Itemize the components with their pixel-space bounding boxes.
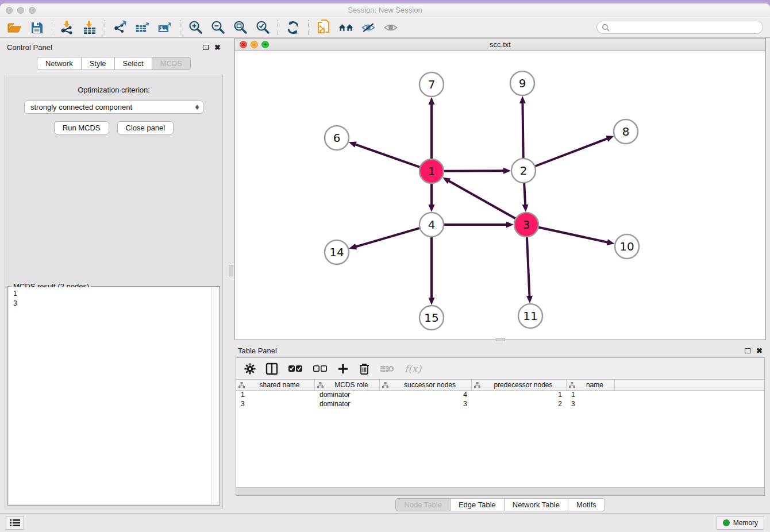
edge-2-8[interactable] bbox=[535, 138, 609, 166]
table-tab-motifs[interactable]: Motifs bbox=[568, 498, 605, 511]
show-all-icon[interactable] bbox=[338, 20, 353, 35]
table-cell[interactable]: 3 bbox=[380, 400, 472, 409]
deselect-all-icon[interactable] bbox=[313, 365, 328, 373]
export-image-icon[interactable] bbox=[157, 20, 172, 35]
toolbar-separator bbox=[180, 20, 180, 35]
edge-arrowhead bbox=[522, 205, 529, 212]
tab-mcds[interactable]: MCDS bbox=[152, 57, 191, 70]
criterion-select[interactable]: strongly connected component ▲▼ bbox=[24, 101, 203, 114]
search-icon bbox=[602, 24, 610, 32]
table-panel-body: f(x) shared nameMCDS rolesuccessor nodes… bbox=[236, 357, 765, 496]
import-network-icon[interactable] bbox=[60, 20, 75, 35]
tab-network[interactable]: Network bbox=[37, 57, 82, 70]
columns-icon[interactable] bbox=[265, 363, 278, 375]
zoom-out-icon[interactable] bbox=[210, 20, 225, 35]
run-mcds-button[interactable]: Run MCDS bbox=[54, 121, 109, 134]
table-cell[interactable]: 1 bbox=[236, 391, 315, 400]
edge-1-2[interactable] bbox=[444, 171, 505, 171]
window-controls bbox=[6, 3, 36, 17]
network-splitter-handle[interactable] bbox=[496, 338, 505, 341]
search-field[interactable] bbox=[596, 21, 763, 34]
column-header-shared-name[interactable]: shared name bbox=[236, 380, 315, 390]
table-cell[interactable]: 2 bbox=[472, 400, 567, 409]
toolbar-separator bbox=[308, 20, 309, 35]
optimization-criterion-label: Optimization criterion: bbox=[5, 86, 222, 94]
float-table-panel-icon[interactable] bbox=[745, 348, 750, 353]
save-session-icon[interactable] bbox=[29, 20, 44, 35]
select-all-icon[interactable] bbox=[288, 365, 303, 373]
table-cell[interactable]: 3 bbox=[567, 400, 615, 409]
graph-node-label: 4 bbox=[428, 218, 436, 232]
edge-4-14[interactable] bbox=[355, 228, 420, 247]
column-header-predecessor-nodes[interactable]: predecessor nodes bbox=[472, 380, 567, 390]
edge-1-6[interactable] bbox=[354, 144, 420, 167]
memory-button[interactable]: Memory bbox=[717, 516, 764, 530]
graph-node-label: 9 bbox=[519, 76, 526, 90]
mcds-result-textarea[interactable]: 1 3 bbox=[9, 287, 219, 504]
network-minimize-button[interactable]: − bbox=[251, 41, 258, 48]
delete-column-icon[interactable] bbox=[359, 363, 370, 375]
graph-node-label: 15 bbox=[424, 311, 438, 325]
table-tab-node-table[interactable]: Node Table bbox=[395, 498, 451, 511]
table-cell[interactable]: 1 bbox=[472, 391, 567, 400]
refresh-icon[interactable] bbox=[286, 20, 301, 35]
column-header-successor-nodes[interactable]: successor nodes bbox=[380, 380, 472, 390]
tab-style[interactable]: Style bbox=[82, 57, 115, 70]
network-close-button[interactable]: ✕ bbox=[240, 41, 247, 48]
close-panel-button[interactable]: Close panel bbox=[117, 121, 174, 134]
graph-node-label: 2 bbox=[520, 164, 528, 178]
zoom-selected-icon[interactable] bbox=[255, 20, 270, 35]
edge-3-10[interactable] bbox=[538, 227, 609, 242]
column-header-MCDS-role[interactable]: MCDS role bbox=[315, 380, 380, 390]
mcds-panel: Optimization criterion: strongly connect… bbox=[5, 75, 223, 508]
delete-table-icon[interactable] bbox=[380, 364, 395, 373]
workspace-column: ✕ − + scc.txt 7968124314101511 Table Pan… bbox=[234, 38, 770, 513]
panel-spacer bbox=[5, 134, 222, 284]
table-tab-edge-table[interactable]: Edge Table bbox=[451, 498, 505, 511]
import-table-icon[interactable] bbox=[82, 20, 97, 35]
zoom-window-button[interactable] bbox=[29, 7, 36, 14]
zoom-fit-icon[interactable] bbox=[233, 20, 248, 35]
table-tab-network-table[interactable]: Network Table bbox=[505, 498, 568, 511]
application-window: Session: New Session bbox=[0, 3, 770, 532]
float-panel-icon[interactable] bbox=[203, 45, 209, 50]
table-cell[interactable]: dominator bbox=[315, 391, 380, 400]
result-scrollbar[interactable] bbox=[211, 287, 219, 504]
add-column-icon[interactable] bbox=[337, 363, 349, 375]
mcds-result-lines: 1 3 bbox=[9, 287, 219, 309]
table-row[interactable]: 3dominator323 bbox=[236, 400, 764, 409]
edge-3-11[interactable] bbox=[527, 237, 530, 298]
network-zoom-button[interactable]: + bbox=[261, 41, 269, 48]
hide-selected-icon[interactable] bbox=[361, 20, 376, 35]
table-cell[interactable]: 4 bbox=[380, 391, 472, 400]
edge-2-9[interactable] bbox=[522, 102, 523, 159]
table-row[interactable]: 1dominator411 bbox=[236, 391, 764, 400]
show-hidden-icon[interactable] bbox=[383, 20, 398, 35]
vertical-splitter[interactable] bbox=[228, 38, 234, 513]
close-panel-icon[interactable]: ✖ bbox=[214, 44, 221, 51]
task-history-button[interactable] bbox=[6, 516, 24, 530]
search-input[interactable] bbox=[613, 24, 758, 32]
minimize-window-button[interactable] bbox=[17, 7, 24, 14]
edge-arrowhead bbox=[519, 96, 526, 103]
table-cell[interactable]: 3 bbox=[236, 400, 315, 409]
edge-2-3[interactable] bbox=[524, 183, 525, 206]
table-cell[interactable]: dominator bbox=[315, 400, 380, 409]
graph-node-label: 10 bbox=[619, 240, 634, 253]
gear-icon[interactable] bbox=[244, 363, 256, 375]
network-canvas[interactable]: 7968124314101511 bbox=[235, 51, 765, 340]
edge-3-1[interactable] bbox=[448, 180, 516, 219]
zoom-in-icon[interactable] bbox=[188, 20, 203, 35]
column-header-name[interactable]: name bbox=[567, 380, 615, 390]
tab-select[interactable]: Select bbox=[115, 57, 152, 70]
splitter-handle[interactable] bbox=[229, 265, 233, 276]
export-network-icon[interactable] bbox=[113, 20, 128, 35]
close-table-panel-icon[interactable]: ✖ bbox=[756, 347, 763, 354]
function-builder-icon[interactable]: f(x) bbox=[405, 363, 421, 375]
open-file-icon[interactable] bbox=[7, 20, 22, 35]
first-neighbors-icon[interactable] bbox=[316, 20, 331, 35]
close-window-button[interactable] bbox=[6, 7, 13, 14]
export-table-icon[interactable] bbox=[135, 20, 150, 35]
table-cell[interactable]: 1 bbox=[567, 391, 615, 400]
network-graph[interactable]: 7968124314101511 bbox=[235, 51, 765, 340]
